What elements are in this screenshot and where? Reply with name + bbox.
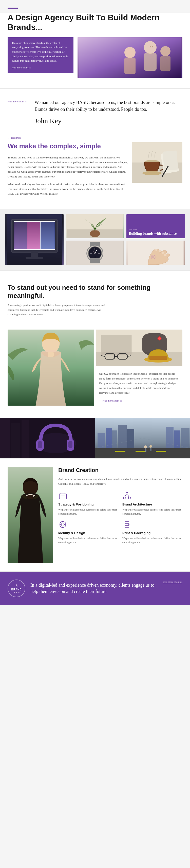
print-icon xyxy=(122,520,131,529)
gallery-section: read more Building brands with substance xyxy=(0,209,190,270)
hand-svg xyxy=(126,241,185,265)
architecture-title: Brand Architecture xyxy=(122,502,182,506)
complex-body: To stand out you need to stand for somet… xyxy=(8,155,128,196)
print-title: Print & Packaging xyxy=(122,531,182,535)
svg-rect-50 xyxy=(101,335,132,355)
plant-svg xyxy=(66,214,124,238)
plant-display xyxy=(66,214,124,238)
gallery-building-brands: read more Building brands with substance xyxy=(126,214,185,239)
svg-point-7 xyxy=(150,46,151,48)
svg-rect-83 xyxy=(156,451,166,452)
city-section xyxy=(95,418,190,458)
complex-body1: To stand out you need to stand for somet… xyxy=(8,155,128,179)
complex-title: We make the complex, simple xyxy=(8,142,128,150)
hero-section: A Design Agency Built To Build Modern Br… xyxy=(0,13,190,88)
hero-content: This core philosophy stands at the cente… xyxy=(8,37,182,78)
svg-rect-2 xyxy=(144,53,157,71)
strategy-text: We partner with ambitious businesses to … xyxy=(58,508,118,516)
svg-rect-4 xyxy=(160,56,170,71)
hero-image xyxy=(77,37,182,78)
svg-rect-81 xyxy=(115,451,125,452)
watch-display xyxy=(66,241,124,265)
svg-point-39 xyxy=(155,249,157,251)
hero-title: A Design Agency Built To Build Modern Br… xyxy=(8,13,182,32)
svg-point-40 xyxy=(158,250,161,252)
architecture-icon xyxy=(122,491,131,500)
service-architecture: Brand Architecture We partner with ambit… xyxy=(122,491,182,516)
hero-text-box: This core philosophy stands at the cente… xyxy=(8,37,73,73)
standout-section: To stand out you need to stand for somet… xyxy=(0,271,190,324)
svg-rect-80 xyxy=(95,448,190,458)
ux-read-more[interactable]: read more about us xyxy=(99,399,122,402)
svg-point-70 xyxy=(35,433,76,453)
svg-rect-14 xyxy=(163,150,178,170)
coffee-image xyxy=(132,142,182,183)
top-accent-line xyxy=(8,8,18,9)
svg-point-44 xyxy=(152,256,154,258)
hero-people-svg xyxy=(77,37,182,78)
svg-rect-82 xyxy=(135,451,146,452)
svg-point-84 xyxy=(144,445,147,448)
architecture-text: We partner with ambitious businesses to … xyxy=(122,508,182,516)
brand-creation-section: Brand Creation And because we work acros… xyxy=(0,459,190,571)
svg-point-86 xyxy=(150,445,152,448)
agency-statement: We named our agency BASIC because to us,… xyxy=(34,99,182,113)
svg-line-102 xyxy=(128,494,129,497)
standout-title: To stand out you need to stand for somet… xyxy=(8,284,182,300)
media-section xyxy=(0,418,190,458)
agency-section: read more about us We named our agency B… xyxy=(0,89,190,135)
svg-rect-62 xyxy=(0,418,10,458)
hero-description: This core philosophy stands at the cente… xyxy=(12,41,69,63)
svg-point-98 xyxy=(126,492,128,494)
ux-section: Our UX approach is based on this princip… xyxy=(0,324,190,418)
building-brands-display: read more Building brands with substance xyxy=(126,214,185,238)
building-brands-read-more[interactable]: read more xyxy=(129,228,182,231)
brand-creation-title: Brand Creation xyxy=(58,467,182,473)
gallery-grid: read more Building brands with substance xyxy=(5,214,185,265)
agency-text: We named our agency BASIC because to us,… xyxy=(34,99,182,125)
complex-grid: We make the complex, simple To stand out… xyxy=(8,142,182,199)
brand-logo-star-bottom: ★ ★ ★ xyxy=(13,591,20,594)
svg-rect-87 xyxy=(150,448,152,451)
svg-rect-93 xyxy=(59,494,66,499)
complex-read-more[interactable]: read more xyxy=(8,136,21,139)
svg-point-53 xyxy=(158,337,161,340)
svg-point-99 xyxy=(123,497,125,499)
brand-left-image-container xyxy=(8,467,53,563)
svg-rect-63 xyxy=(11,423,20,458)
svg-rect-64 xyxy=(22,420,29,458)
svg-point-105 xyxy=(61,523,64,526)
service-print: Print & Packaging We partner with ambiti… xyxy=(122,520,182,545)
ux-desk-svg xyxy=(96,330,182,366)
svg-point-41 xyxy=(161,252,164,254)
svg-point-113 xyxy=(128,524,129,525)
identity-title: Identity & Design xyxy=(58,531,118,535)
ux-right-column: Our UX approach is based on this princip… xyxy=(96,330,182,408)
city-svg xyxy=(95,418,190,458)
svg-point-42 xyxy=(164,254,166,256)
svg-point-12 xyxy=(142,171,162,175)
brand-logo-circle: ★ BRAND ★ ★ ★ xyxy=(8,580,25,597)
brand-right-content: Brand Creation And because we work acros… xyxy=(58,467,182,544)
ux-description: Our UX approach is based on this princip… xyxy=(99,371,179,395)
complex-body2: What we do and why we hustle come from w… xyxy=(8,182,128,196)
footer-read-more[interactable]: read more about us xyxy=(163,581,182,583)
svg-point-3 xyxy=(160,46,170,56)
footer-tagline: In a digital-led and experience driven e… xyxy=(30,582,158,595)
svg-rect-37 xyxy=(90,258,100,264)
print-text: We partner with ambitious businesses to … xyxy=(122,536,182,545)
agency-read-more[interactable]: read more about us xyxy=(8,100,27,103)
ux-grid: Our UX approach is based on this princip… xyxy=(8,330,182,410)
coffee-svg xyxy=(132,142,182,183)
complex-section: read more We make the complex, simple To… xyxy=(0,135,190,209)
building-brands-title: Building brands with substance xyxy=(129,232,182,236)
svg-point-5 xyxy=(124,47,135,58)
gallery-hand xyxy=(126,241,185,265)
svg-rect-6 xyxy=(124,58,135,74)
identity-icon xyxy=(58,520,67,529)
svg-rect-60 xyxy=(150,356,167,360)
hero-read-more[interactable]: read more about us xyxy=(12,66,69,70)
gallery-monitor xyxy=(5,214,64,265)
svg-rect-47 xyxy=(48,352,54,357)
gallery-plant xyxy=(66,214,124,239)
